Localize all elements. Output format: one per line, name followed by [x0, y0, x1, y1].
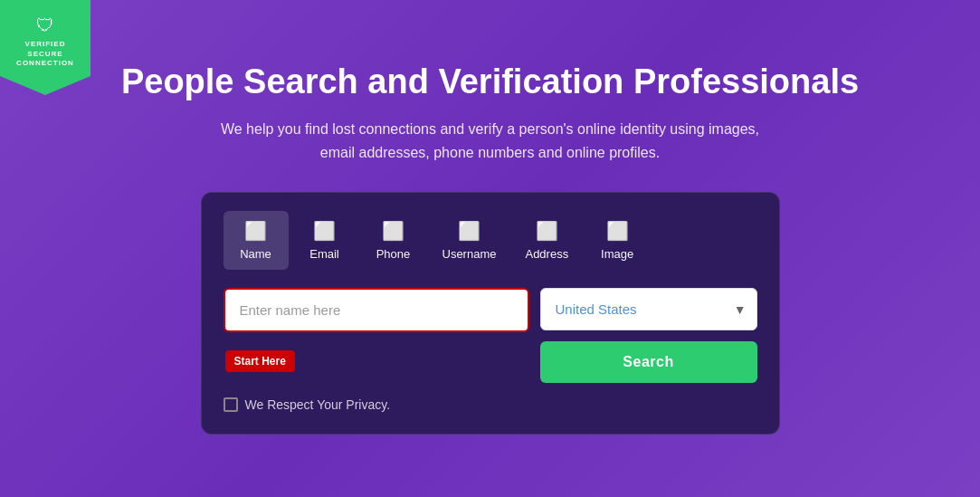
tab-phone-label: Phone [376, 247, 411, 261]
tab-username-label: Username [442, 247, 497, 261]
bottom-row: Start Here Search [224, 341, 757, 383]
privacy-row: We Respect Your Privacy. [224, 397, 757, 412]
verified-badge: 🛡 VERIFIED SECURE CONNECTION [0, 0, 90, 95]
country-select-wrapper: United States Canada United Kingdom Aust… [540, 288, 757, 332]
tab-image[interactable]: ⬜ Image [585, 211, 650, 270]
name-tab-icon: ⬜ [244, 220, 267, 242]
main-content: People Search and Verification Professio… [0, 44, 980, 452]
tab-image-label: Image [601, 247, 633, 261]
tab-bar: ⬜ Name ⬜ Email ⬜ Phone ⬜ Username ⬜ Addr… [224, 211, 757, 270]
badge-text: VERIFIED SECURE CONNECTION [16, 40, 74, 68]
privacy-checkbox[interactable] [224, 397, 238, 412]
page-title: People Search and Verification Professio… [121, 62, 859, 101]
tab-address-label: Address [525, 247, 568, 261]
tab-address[interactable]: ⬜ Address [512, 211, 581, 270]
address-tab-icon: ⬜ [536, 220, 558, 242]
tab-email-label: Email [309, 247, 339, 261]
image-tab-icon: ⬜ [606, 220, 629, 242]
country-select[interactable]: United States Canada United Kingdom Aust… [540, 288, 757, 330]
email-tab-icon: ⬜ [313, 220, 336, 242]
subtitle: We help you find lost connections and ve… [219, 118, 762, 164]
shield-icon: 🛡 [36, 15, 54, 36]
inputs-row: United States Canada United Kingdom Aust… [224, 288, 757, 332]
search-card: ⬜ Name ⬜ Email ⬜ Phone ⬜ Username ⬜ Addr… [201, 192, 780, 435]
phone-tab-icon: ⬜ [382, 220, 404, 242]
start-here-label: Start Here [225, 350, 295, 372]
tab-name-label: Name [240, 247, 271, 261]
tab-name[interactable]: ⬜ Name [224, 211, 289, 270]
username-tab-icon: ⬜ [458, 220, 480, 242]
tab-phone[interactable]: ⬜ Phone [361, 211, 426, 270]
tab-email[interactable]: ⬜ Email [292, 211, 357, 270]
tab-username[interactable]: ⬜ Username [430, 211, 509, 270]
privacy-text: We Respect Your Privacy. [245, 397, 391, 412]
search-button[interactable]: Search [540, 341, 757, 383]
name-input[interactable] [224, 288, 529, 332]
